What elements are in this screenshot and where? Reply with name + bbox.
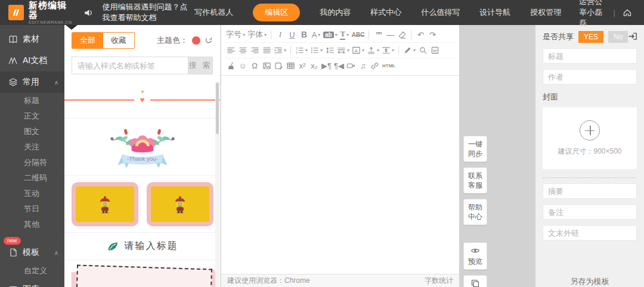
styles-search-input[interactable] <box>72 57 188 74</box>
tool-row-spacing-icon[interactable]: ▾ <box>382 45 394 57</box>
preview-button[interactable]: 预览 <box>463 242 487 270</box>
summary-field[interactable] <box>543 183 637 199</box>
tool-align-left-icon[interactable] <box>226 45 236 57</box>
sidebar-subitem-自定义[interactable]: 自定义 <box>0 263 64 279</box>
tool-line-height-icon[interactable] <box>325 45 335 57</box>
nav-item-写作机器人[interactable]: 写作机器人 <box>194 7 233 18</box>
tool-bold[interactable]: B <box>299 29 309 40</box>
tool-insert-music[interactable]: ♫ <box>358 60 368 72</box>
nav-item-什么值得写[interactable]: 什么值得写 <box>421 7 460 18</box>
tool-blockquote[interactable]: ”” <box>373 29 383 40</box>
tool-highlight-color[interactable]: ab▾ <box>323 29 338 40</box>
tab-favorites[interactable]: 收藏 <box>103 33 134 48</box>
tool-redo[interactable]: ↷ <box>428 29 437 40</box>
share-yes-button[interactable]: YES <box>578 31 603 43</box>
tool-text-border[interactable]: T▾ <box>340 29 349 40</box>
newrank-logo-icon[interactable] <box>8 5 24 20</box>
tool-insert-image-icon[interactable] <box>262 60 271 72</box>
tool-ordered-list-icon[interactable]: 12▾ <box>295 45 308 57</box>
sidebar-item-图库[interactable]: 图库∧ <box>0 279 64 287</box>
share-no-button[interactable]: No <box>608 31 628 43</box>
tool-horizontal-rule[interactable]: — <box>385 29 395 40</box>
tool-special-char[interactable]: Ω <box>250 60 259 72</box>
tool-letter-spacing-icon[interactable]: ▾ <box>337 45 349 57</box>
tool-search-replace-icon[interactable] <box>418 45 428 57</box>
tool-format-painter-icon[interactable]: ▾ <box>403 45 416 57</box>
tool-html-source[interactable]: HTML <box>382 60 395 72</box>
tool-insert-video-icon[interactable] <box>346 60 356 72</box>
sidebar-subitem-正文[interactable]: 正文 <box>0 108 64 124</box>
style-item-thank-you[interactable]: -Thank you- <box>64 118 220 176</box>
tab-all[interactable]: 全部 <box>72 33 103 48</box>
plus-circle-icon[interactable] <box>580 120 600 141</box>
sidebar-subitem-二维码[interactable]: 二维码 <box>0 170 64 186</box>
style-item-heart-divider[interactable]: ♥ <box>64 82 220 118</box>
tool-edit-image-icon[interactable] <box>274 60 283 72</box>
sidebar-subitem-节日[interactable]: 节日 <box>0 201 64 217</box>
author-field[interactable] <box>543 69 637 85</box>
word-count-link[interactable]: 字数统计 <box>425 276 453 286</box>
help-center-button[interactable]: 帮助中心 <box>463 199 487 225</box>
tool-vertical-spacing-icon[interactable]: ▾ <box>367 45 379 57</box>
sidebar-subitem-互动[interactable]: 互动 <box>0 186 64 201</box>
sidebar-item-模板[interactable]: new模板∧ <box>0 242 64 263</box>
tool-font-size[interactable]: 字号▾ <box>226 29 245 40</box>
collapse-panel-icon[interactable] <box>627 31 638 44</box>
sync-button[interactable]: 一键同步 <box>463 136 487 162</box>
style-item-title-template[interactable]: 请输入标题 <box>64 233 220 260</box>
tool-insert-table-icon[interactable] <box>286 60 295 72</box>
announcement-text[interactable]: 使用编辑器遇到问题？点我查看帮助文档 <box>102 2 194 23</box>
chevron-up-icon[interactable]: ∧ <box>54 249 58 256</box>
theme-refresh-icon[interactable] <box>205 36 213 45</box>
sidebar-subitem-标题[interactable]: 标题 <box>0 93 64 108</box>
tool-align-right-icon[interactable] <box>250 45 259 57</box>
styles-scrollbar[interactable] <box>215 82 219 287</box>
style-item-pink-box[interactable] <box>64 260 220 287</box>
tool-strikethrough[interactable]: ABC <box>352 29 365 40</box>
theme-color-dot[interactable] <box>192 36 200 45</box>
title-field[interactable] <box>543 48 637 64</box>
tool-align-justify-icon[interactable] <box>262 45 271 57</box>
sidebar-subitem-分隔符[interactable]: 分隔符 <box>0 155 64 170</box>
tool-rtl-paragraph[interactable]: ¶◀ <box>334 60 344 72</box>
tool-superscript[interactable]: x² <box>298 60 307 72</box>
tool-indent-icon[interactable]: ▾ <box>274 45 286 57</box>
tool-insert-link-icon[interactable] <box>370 60 380 72</box>
tool-font-color[interactable]: A▾ <box>311 29 321 40</box>
tool-italic[interactable]: I <box>275 29 285 40</box>
contact-service-button[interactable]: 联系客服 <box>463 167 487 194</box>
sidebar-subitem-图文[interactable]: 图文 <box>0 124 64 139</box>
tool-import-word-icon[interactable]: W <box>430 45 439 57</box>
chevron-up-icon[interactable]: ∧ <box>54 79 58 86</box>
tool-font-family[interactable]: 字体▾ <box>247 29 267 40</box>
tool-clear-format-icon[interactable] <box>226 60 236 72</box>
tool-underline[interactable]: U <box>287 29 297 40</box>
copy-button[interactable]: 复制 <box>463 275 487 287</box>
tool-align-center-icon[interactable] <box>238 45 247 57</box>
nav-item-我的内容[interactable]: 我的内容 <box>320 7 351 18</box>
tool-subscript[interactable]: x₂ <box>309 60 319 72</box>
nav-item-编辑区[interactable]: 编辑区 <box>253 4 300 21</box>
nav-item-授权管理[interactable]: 授权管理 <box>530 7 561 18</box>
tool-paragraph-style-icon[interactable]: A▾ <box>352 45 364 57</box>
tool-emoji[interactable]: ☺ <box>238 60 247 72</box>
tool-unordered-list-icon[interactable]: ▾ <box>310 45 323 57</box>
nav-item-样式中心[interactable]: 样式中心 <box>370 7 401 18</box>
nav-item-设计导航[interactable]: 设计导航 <box>479 7 510 18</box>
sidebar-subitem-其他[interactable]: 其他 <box>0 217 64 232</box>
outlink-field[interactable] <box>543 225 637 241</box>
tool-remove-format-icon[interactable] <box>397 29 407 40</box>
note-field[interactable] <box>543 204 637 220</box>
sidebar-item-素材[interactable]: 素材 <box>0 29 64 50</box>
sidebar-item-AI文档[interactable]: AI文档 <box>0 50 64 71</box>
sidebar-item-常用[interactable]: 常用∧ <box>0 71 64 93</box>
home-icon[interactable] <box>623 8 632 17</box>
styles-scrollbar-thumb[interactable] <box>216 83 219 134</box>
save-as-template-link[interactable]: 另存为模板 <box>543 276 637 287</box>
cover-upload-box[interactable]: 建议尺寸：900×500 <box>543 107 637 169</box>
username[interactable]: 运营公举小磊磊 <box>579 0 606 29</box>
sidebar-subitem-关注[interactable]: 关注 <box>0 139 64 155</box>
style-item-yellow-cards[interactable] <box>64 176 220 233</box>
editor-canvas[interactable] <box>221 76 459 261</box>
tool-undo[interactable]: ↶ <box>416 29 425 40</box>
